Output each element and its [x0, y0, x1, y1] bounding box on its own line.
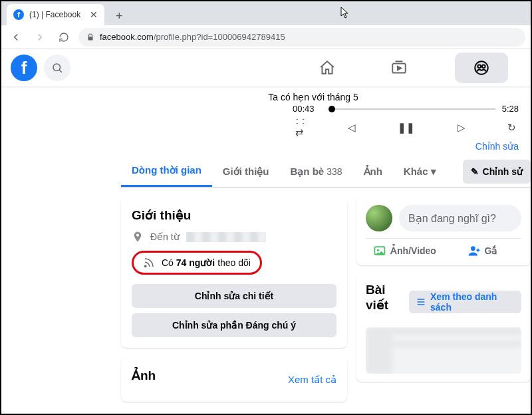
- edit-track-link[interactable]: Chỉnh sửa: [475, 141, 519, 152]
- lock-icon: [86, 33, 94, 41]
- track-progress[interactable]: [332, 108, 495, 110]
- tab-friends[interactable]: Bạn bè 338: [280, 156, 353, 187]
- posts-card: Bài viết Xem theo danh sách: [356, 275, 531, 382]
- tab-more[interactable]: Khác ▾: [393, 156, 447, 187]
- groups-nav-icon[interactable]: [455, 53, 508, 83]
- location-pin-icon: [132, 231, 144, 243]
- followers-highlight[interactable]: Có 74 người theo dõi: [132, 251, 262, 275]
- back-button[interactable]: [7, 28, 25, 47]
- mouse-cursor: [340, 7, 350, 19]
- url-text: facebook.com/profile.php?id=100006942789…: [100, 32, 285, 42]
- photos-card: Ảnh Xem tất cả: [121, 357, 347, 402]
- view-as-list-button[interactable]: Xem theo danh sách: [409, 291, 521, 313]
- tag-person-icon: [467, 244, 481, 257]
- svg-point-0: [53, 64, 61, 71]
- browser-tab[interactable]: f (1) | Facebook ✕: [7, 4, 104, 25]
- edit-details-button[interactable]: Chỉnh sửa chi tiết: [132, 284, 336, 308]
- from-value-redacted: [186, 232, 266, 242]
- new-tab-button[interactable]: +: [110, 7, 128, 25]
- pencil-icon: ✎: [471, 166, 479, 177]
- profile-tabs: Dòng thời gian Giới thiệu Bạn bè 338 Ảnh…: [121, 156, 531, 188]
- composer-prompt[interactable]: Bạn đang nghĩ gì?: [399, 205, 521, 231]
- avatar[interactable]: [366, 205, 392, 231]
- edit-featured-button[interactable]: Chỉnh sửa phần Đáng chú ý: [132, 313, 336, 337]
- composer-photo-video[interactable]: Ảnh/Video: [366, 244, 444, 257]
- close-tab-icon[interactable]: ✕: [90, 9, 98, 20]
- prev-icon[interactable]: ◁: [348, 122, 356, 134]
- see-all-photos-link[interactable]: Xem tất cả: [288, 374, 336, 386]
- reload-button[interactable]: [55, 28, 73, 47]
- pause-icon[interactable]: ❚❚: [398, 122, 415, 134]
- intro-from-row: Đến từ: [132, 231, 336, 243]
- svg-point-4: [482, 65, 485, 68]
- shuffle-icon[interactable]: ⇄: [295, 116, 305, 138]
- from-label: Đến từ: [150, 231, 180, 242]
- track-total-time: 5:28: [502, 104, 519, 114]
- forward-button[interactable]: [31, 28, 49, 47]
- svg-point-2: [475, 61, 488, 74]
- intro-card: Giới thiệu Đến từ Có 74 người theo dõi C…: [121, 197, 347, 348]
- post-content-blurred: [366, 327, 521, 374]
- photo-icon: [373, 244, 386, 257]
- browser-toolbar: facebook.com/profile.php?id=100006942789…: [1, 25, 531, 49]
- tab-photos[interactable]: Ảnh: [353, 156, 393, 187]
- edit-profile-button[interactable]: ✎ Chỉnh sử: [463, 160, 531, 184]
- chevron-down-icon: ▾: [431, 166, 436, 178]
- svg-point-8: [471, 246, 475, 251]
- watch-nav-icon[interactable]: [383, 52, 415, 84]
- svg-point-3: [477, 65, 481, 68]
- address-bar[interactable]: facebook.com/profile.php?id=100006942789…: [78, 28, 525, 47]
- list-icon: [416, 297, 426, 307]
- intro-heading: Giới thiệu: [132, 208, 336, 223]
- track-title: Ta có hẹn với tháng 5: [268, 92, 358, 102]
- svg-point-7: [377, 249, 379, 251]
- track-current-time: 00:43: [293, 104, 315, 114]
- facebook-logo[interactable]: f: [11, 55, 37, 81]
- next-icon[interactable]: ▷: [458, 122, 466, 134]
- facebook-favicon: f: [13, 9, 24, 20]
- followers-text: Có 74 người theo dõi: [162, 257, 251, 268]
- tab-about[interactable]: Giới thiệu: [212, 156, 280, 187]
- facebook-navbar: f: [1, 49, 531, 86]
- media-player: Ta có hẹn với tháng 5 00:43 5:28 ⇄ ◁ ❚❚ …: [1, 86, 531, 156]
- browser-tab-bar: f (1) | Facebook ✕ +: [1, 1, 531, 25]
- svg-point-5: [145, 265, 146, 267]
- photos-heading: Ảnh: [132, 368, 156, 383]
- tab-timeline[interactable]: Dòng thời gian: [121, 156, 212, 187]
- followers-icon: [143, 257, 155, 269]
- composer-card: Bạn đang nghĩ gì? Ảnh/Video Gắ: [356, 197, 531, 265]
- posts-heading: Bài viết: [366, 283, 409, 313]
- composer-tag[interactable]: Gắ: [444, 244, 521, 257]
- search-button[interactable]: [44, 55, 70, 81]
- repeat-icon[interactable]: ↻: [507, 122, 516, 134]
- home-nav-icon[interactable]: [311, 52, 343, 84]
- tab-title: (1) | Facebook: [29, 10, 80, 19]
